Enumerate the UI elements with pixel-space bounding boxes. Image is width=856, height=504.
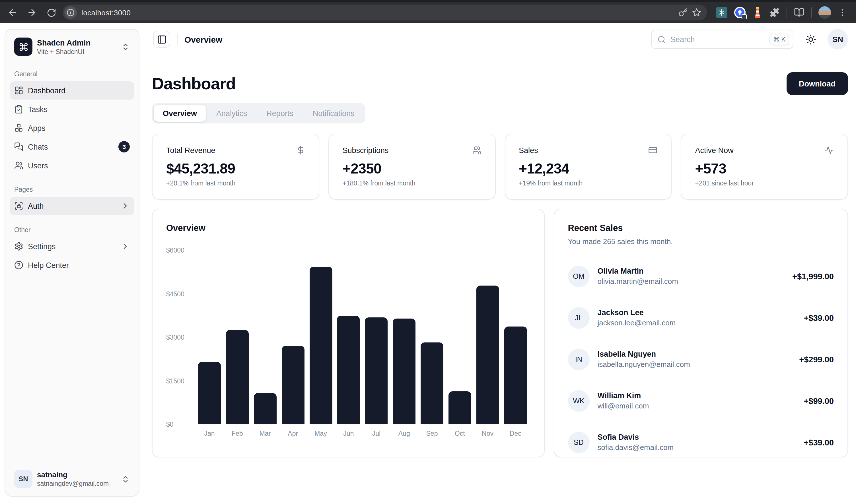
sale-name: Isabella Nguyen xyxy=(597,349,690,360)
download-button[interactable]: Download xyxy=(786,72,848,95)
tab-analytics[interactable]: Analytics xyxy=(207,105,256,122)
sun-icon xyxy=(805,34,816,44)
chart-bars xyxy=(198,250,527,425)
sidebar-wrap: Shadcn Admin Vite + ShadcnUI GeneralDash… xyxy=(0,23,144,502)
sale-name: William Kim xyxy=(597,391,649,401)
stat-card-header: Sales xyxy=(519,146,658,155)
extension-lighthouse-icon[interactable] xyxy=(752,7,763,18)
app-shell: Shadcn Admin Vite + ShadcnUI GeneralDash… xyxy=(0,23,856,502)
sale-email: olivia.martin@email.com xyxy=(597,276,678,287)
chart-bar-column-feb xyxy=(226,250,249,425)
chart-bar-column-aug xyxy=(393,250,416,425)
sale-email: will@email.com xyxy=(597,401,649,411)
sale-avatar: IN xyxy=(568,349,589,370)
tasks-icon xyxy=(14,105,23,114)
sidebar-item-tasks[interactable]: Tasks xyxy=(10,100,134,118)
stat-card-active-now: Active Now+573+201 since last hour xyxy=(681,134,848,200)
sale-avatar: OM xyxy=(568,266,589,287)
extensions-row xyxy=(716,6,847,19)
chart-y-tick-label: $4500 xyxy=(166,290,185,297)
tab-list: OverviewAnalyticsReportsNotifications xyxy=(152,103,365,123)
sidebar-item-apps[interactable]: Apps xyxy=(10,119,134,137)
sale-amount: +$99.00 xyxy=(804,396,834,406)
chart-bar xyxy=(226,330,249,425)
browser-forward-button[interactable] xyxy=(24,4,40,20)
stat-card-header: Total Revenue xyxy=(166,146,305,155)
workspace-switcher[interactable]: Shadcn Admin Vite + ShadcnUI xyxy=(10,34,134,59)
search-box[interactable]: ⌘ K xyxy=(651,30,793,49)
user-menu-button[interactable]: SN satnaing satnaingdev@gmail.com xyxy=(10,466,134,491)
sidebar-section-label: Pages xyxy=(10,183,134,196)
sidebar-toggle-button[interactable] xyxy=(153,31,170,48)
dollar-sign-icon xyxy=(296,146,305,155)
credit-card-icon xyxy=(649,146,658,155)
tab-overview[interactable]: Overview xyxy=(154,105,206,122)
stat-title: Total Revenue xyxy=(166,146,215,155)
recent-sales-subtitle: You made 265 sales this month. xyxy=(568,237,834,246)
sidebar-item-settings[interactable]: Settings xyxy=(10,237,134,255)
sidebar-item-label: Apps xyxy=(28,124,46,132)
stat-value: +2350 xyxy=(343,160,482,177)
user-avatar: SN xyxy=(14,470,32,488)
site-info-icon[interactable] xyxy=(64,6,77,19)
chart-y-tick-label: $6000 xyxy=(166,247,185,254)
sidebar-item-label: Auth xyxy=(28,202,44,210)
reading-list-icon[interactable] xyxy=(794,7,804,18)
activity-icon xyxy=(825,146,834,155)
sale-email: sofia.davis@email.com xyxy=(597,443,674,453)
sidebar-item-auth[interactable]: Auth xyxy=(10,197,134,215)
stat-title: Sales xyxy=(519,146,538,155)
sale-person: Jackson Leejackson.lee@email.com xyxy=(597,308,676,328)
address-bar[interactable]: localhost:3000 xyxy=(63,4,707,20)
tab-reports[interactable]: Reports xyxy=(257,105,302,122)
browser-back-button[interactable] xyxy=(4,4,20,20)
sale-person: Isabella Nguyenisabella.nguyen@email.com xyxy=(597,349,690,370)
extensions-puzzle-icon[interactable] xyxy=(769,7,780,18)
stat-change: +19% from last month xyxy=(519,180,658,186)
chart-bar-column-jul xyxy=(365,250,388,425)
browser-profile-avatar[interactable] xyxy=(818,6,831,19)
sidebar-item-dashboard[interactable]: Dashboard xyxy=(10,82,134,100)
tab-notifications[interactable]: Notifications xyxy=(304,105,364,122)
search-input[interactable] xyxy=(670,35,765,43)
browser-menu-icon[interactable] xyxy=(838,8,847,17)
charts-row: Overview JanFebMarAprMayJunJulAugSepOctN… xyxy=(152,209,848,466)
chart-x-tick-label: Jan xyxy=(198,430,221,437)
chart-x-tick-label: Dec xyxy=(504,430,527,437)
sidebar-item-help-center[interactable]: Help Center xyxy=(10,256,134,274)
browser-reload-button[interactable] xyxy=(43,4,59,20)
chevrons-up-down-icon xyxy=(121,42,130,51)
sidebar-item-users[interactable]: Users xyxy=(10,157,134,175)
chart-x-tick-label: Sep xyxy=(421,430,443,437)
page-content: Dashboard Download OverviewAnalyticsRepo… xyxy=(144,55,856,502)
sidebar-item-chats[interactable]: Chats3 xyxy=(10,138,134,156)
chart-bar xyxy=(365,318,388,425)
stat-card-header: Active Now xyxy=(695,146,834,155)
users-icon xyxy=(14,161,23,170)
users-icon xyxy=(472,146,481,155)
password-key-icon[interactable] xyxy=(678,8,687,17)
extension-1password-icon[interactable] xyxy=(734,7,746,18)
theme-toggle-button[interactable] xyxy=(801,30,820,48)
sale-amount: +$1,999.00 xyxy=(792,272,834,281)
stat-title: Active Now xyxy=(695,146,734,155)
recent-sale-row: INIsabella Nguyenisabella.nguyen@email.c… xyxy=(568,344,834,375)
user-name: satnaing xyxy=(37,470,117,480)
app-name: Shadcn Admin xyxy=(37,38,117,48)
user-email: satnaingdev@gmail.com xyxy=(37,480,117,487)
sidebar-section: OtherSettingsHelp Center xyxy=(10,223,134,274)
browser-toolbar: localhost:3000 xyxy=(0,0,856,23)
recent-sale-row: SDSofia Davissofia.davis@email.com+$39.0… xyxy=(568,427,834,458)
chart-bar-column-may xyxy=(309,250,332,425)
profile-avatar[interactable]: SN xyxy=(827,29,848,50)
sidebar-item-label: Tasks xyxy=(28,105,48,113)
extension-teal-icon[interactable] xyxy=(716,7,727,18)
sale-email: jackson.lee@email.com xyxy=(597,318,676,328)
stat-change: +201 since last hour xyxy=(695,180,834,186)
bookmark-star-icon[interactable] xyxy=(692,8,701,17)
chart-x-tick-label: Mar xyxy=(254,430,277,437)
chart-x-tick-label: Jul xyxy=(365,430,388,437)
title-row: Dashboard Download xyxy=(152,72,848,95)
sale-person: Olivia Martinolivia.martin@email.com xyxy=(597,266,678,287)
chart-title: Overview xyxy=(166,223,530,233)
